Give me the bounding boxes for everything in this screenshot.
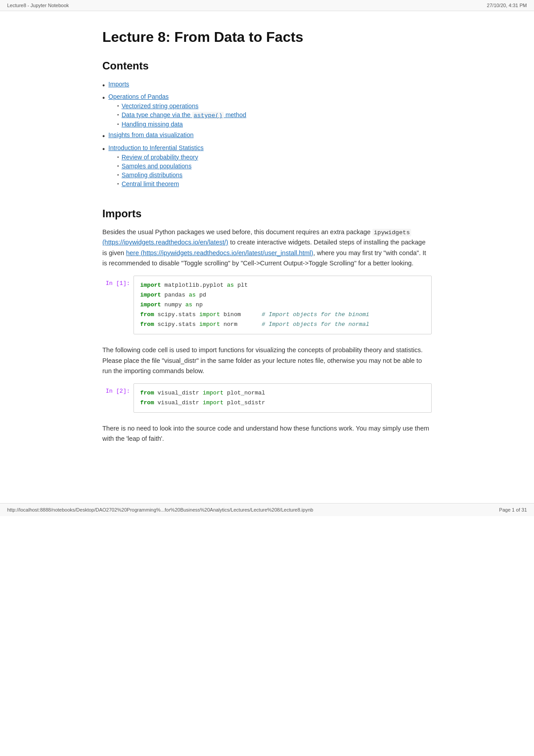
code-cell-2[interactable]: from visual_distr import plot_normal fro… — [134, 383, 432, 413]
kw-as-1: as — [227, 282, 234, 289]
kw-import-2: import — [140, 292, 161, 298]
comment-2: # Import objects for the normal — [262, 321, 369, 328]
code-line-7: from visual_distr import plot_sdistr — [140, 398, 425, 408]
main-title: Lecture 8: From Data to Facts — [102, 29, 432, 45]
footer-page: Page 1 of 31 — [499, 507, 527, 512]
here-link[interactable]: here (https://ipywidgets.readthedocs.io/… — [126, 249, 313, 256]
toc-link-missing[interactable]: Handling missing data — [121, 121, 183, 128]
toc-list: Imports Operations of Pandas Vectorized … — [102, 79, 432, 190]
footer-url: http://localhost:8888/notebooks/Desktop/… — [7, 507, 313, 512]
toc-link-sampling-dist[interactable]: Sampling distributions — [121, 171, 182, 179]
code-line-4: from scipy.stats import binom # Import o… — [140, 310, 425, 320]
browser-bar: Lecture8 - Jupyter Notebook 27/10/20, 4:… — [0, 0, 534, 11]
kw-import-4: import — [199, 311, 220, 318]
page-content: Lecture 8: From Data to Facts Contents I… — [76, 11, 458, 485]
code-line-2: import pandas as pd — [140, 290, 425, 300]
kw-import-1: import — [140, 282, 161, 289]
toc-sublist-pandas: Vectorized string operations Data type c… — [109, 102, 247, 129]
toc-inferential-container: Introduction to Inferential Statistics R… — [109, 144, 204, 188]
code-label-1: In [1]: — [102, 276, 134, 287]
kw-import-3: import — [140, 301, 161, 308]
kw-import-6: import — [202, 390, 223, 396]
toc-link-astype[interactable]: Data type change via the astype() method — [121, 111, 246, 119]
kw-as-3: as — [185, 301, 192, 308]
toc-link-probability[interactable]: Review of probability theory — [121, 154, 198, 161]
kw-import-5: import — [199, 321, 220, 328]
imports-para3: There is no need to look into the source… — [102, 423, 432, 444]
toc-subitem-clt: Central limit theorem — [117, 179, 204, 188]
toc-item-inferential: Introduction to Inferential Statistics R… — [102, 143, 432, 190]
kw-from-1: from — [140, 311, 154, 318]
toc-link-inferential[interactable]: Introduction to Inferential Statistics — [109, 144, 204, 151]
toc-subitem-samples: Samples and populations — [117, 162, 204, 171]
toc-sublist-inferential: Review of probability theory Samples and… — [109, 153, 204, 188]
toc-subitem-sampling-dist: Sampling distributions — [117, 171, 204, 179]
toc-subitem-probability: Review of probability theory — [117, 153, 204, 162]
imports-para1-before: Besides the usual Python packages we use… — [102, 228, 372, 236]
footer-bar: http://localhost:8888/notebooks/Desktop/… — [0, 503, 534, 516]
ipywidgets-code: ipywidgets — [372, 229, 411, 236]
toc-item-insights: Insights from data visualization — [102, 130, 432, 142]
ipywidgets-link[interactable]: (https://ipywidgets.readthedocs.io/en/la… — [102, 239, 228, 246]
code-line-1: import matplotlib.pyplot as plt — [140, 280, 425, 290]
toc-link-vectorized[interactable]: Vectorized string operations — [121, 102, 198, 110]
toc-item-imports: Imports — [102, 79, 432, 92]
toc-item-pandas: Operations of Pandas Vectorized string o… — [102, 92, 432, 130]
tab-title: Lecture8 - Jupyter Notebook — [7, 3, 69, 8]
kw-from-3: from — [140, 390, 154, 396]
kw-as-2: as — [189, 292, 196, 298]
contents-heading: Contents — [102, 60, 432, 72]
toc-link-insights[interactable]: Insights from data visualization — [109, 131, 194, 138]
toc-subitem-astype: Data type change via the astype() method — [117, 110, 247, 120]
toc-link-pandas[interactable]: Operations of Pandas — [109, 93, 247, 100]
code-line-6: from visual_distr import plot_normal — [140, 388, 425, 398]
code-block-2-wrapper: In [2]: from visual_distr import plot_no… — [102, 383, 432, 413]
code-label-2: In [2]: — [102, 383, 134, 394]
toc-link-clt[interactable]: Central limit theorem — [121, 180, 179, 187]
inline-code-astype: astype() — [192, 112, 224, 119]
code-cell-1[interactable]: import matplotlib.pyplot as plt import p… — [134, 276, 432, 334]
kw-from-2: from — [140, 321, 154, 328]
code-block-1-wrapper: In [1]: import matplotlib.pyplot as plt … — [102, 276, 432, 334]
contents-section: Contents Imports Operations of Pandas Ve… — [102, 60, 432, 190]
comment-1: # Import objects for the binomi — [262, 311, 369, 318]
toc-link-samples[interactable]: Samples and populations — [121, 163, 191, 170]
kw-import-7: import — [202, 399, 223, 406]
kw-from-4: from — [140, 399, 154, 406]
toc-link-imports[interactable]: Imports — [109, 81, 129, 88]
code-line-5: from scipy.stats import norm # Import ob… — [140, 320, 425, 329]
timestamp: 27/10/20, 4:31 PM — [487, 3, 527, 8]
code-line-3: import numpy as np — [140, 300, 425, 310]
imports-section: Imports Besides the usual Python package… — [102, 207, 432, 444]
imports-para1: Besides the usual Python packages we use… — [102, 227, 432, 268]
toc-pandas-container: Operations of Pandas Vectorized string o… — [109, 93, 247, 129]
imports-heading: Imports — [102, 207, 432, 220]
toc-subitem-vectorized: Vectorized string operations — [117, 102, 247, 110]
imports-para2: The following code cell is used to impor… — [102, 345, 432, 376]
toc-subitem-missing: Handling missing data — [117, 120, 247, 129]
